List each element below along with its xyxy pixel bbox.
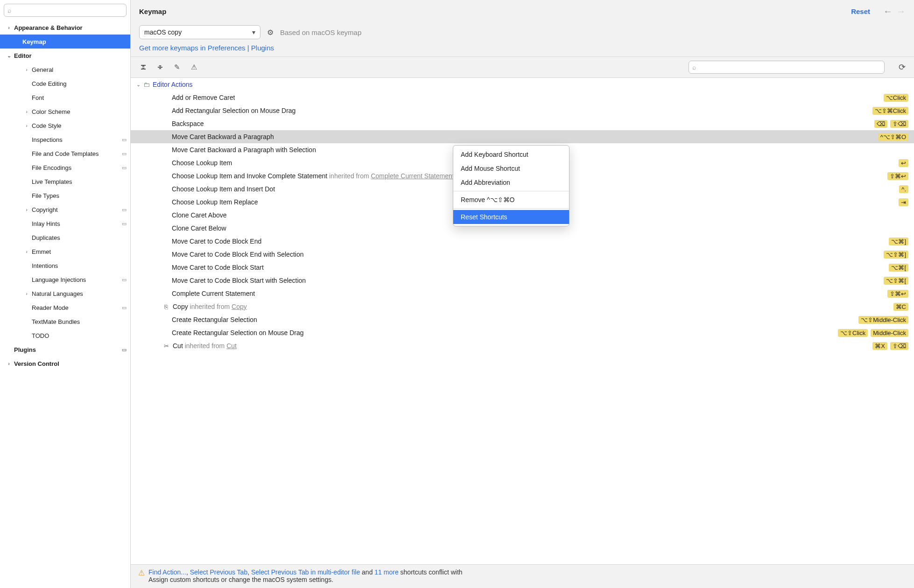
action-row[interactable]: Move Caret to Code Block End⌥⌘] xyxy=(131,235,914,248)
shortcut-list: ↩ xyxy=(899,159,908,167)
find-by-shortcut-icon[interactable]: ⟳ xyxy=(899,62,906,72)
sidebar-item-label: Keymap xyxy=(22,38,46,45)
menu-item-remove-o[interactable]: Remove ^⌥⇧⌘O xyxy=(453,193,569,207)
sidebar-search-input[interactable] xyxy=(4,4,127,17)
action-row[interactable]: Complete Current Statement⇧⌘↩ xyxy=(131,287,914,300)
sidebar-item-file-and-code-templates[interactable]: File and Code Templates▭ xyxy=(0,147,130,161)
sidebar-item-copyright[interactable]: ›Copyright▭ xyxy=(0,203,130,217)
shortcut-list: ⌥⇧⌘Click xyxy=(872,107,908,115)
action-row[interactable]: ✂Cut inherited from Cut⌘X⇧⌫ xyxy=(131,339,914,352)
chevron-icon: ⌄ xyxy=(6,53,12,59)
shortcut-list: ^. xyxy=(899,185,908,193)
sidebar-item-inlay-hints[interactable]: Inlay Hints▭ xyxy=(0,217,130,231)
sidebar-item-plugins[interactable]: Plugins▭ xyxy=(0,343,130,357)
shortcut-badge: ^⌥⇧⌘O xyxy=(878,133,908,141)
sidebar-item-inspections[interactable]: Inspections▭ xyxy=(0,133,130,147)
warning-icon[interactable]: ⚠ xyxy=(190,63,198,71)
scope-icon: ▭ xyxy=(122,305,127,311)
sidebar-item-label: Natural Languages xyxy=(32,290,83,297)
inherited-link[interactable]: Copy xyxy=(232,303,247,310)
shortcut-badge: ⌘X xyxy=(872,342,887,350)
sidebar-item-file-encodings[interactable]: File Encodings▭ xyxy=(0,161,130,175)
action-row[interactable]: Move Caret Backward a Paragraph^⌥⇧⌘O xyxy=(131,130,914,143)
sidebar-item-color-scheme[interactable]: ›Color Scheme xyxy=(0,105,130,119)
action-row[interactable]: Move Caret to Code Block End with Select… xyxy=(131,248,914,261)
action-row[interactable]: Move Caret to Code Block Start with Sele… xyxy=(131,274,914,287)
forward-button: → xyxy=(896,6,906,17)
inherited-link[interactable]: Complete Current Statement xyxy=(371,172,454,180)
sidebar-item-duplicates[interactable]: Duplicates xyxy=(0,231,130,245)
shortcut-badge: ⌥⇧Click xyxy=(838,329,868,337)
collapse-all-icon[interactable] xyxy=(156,63,164,71)
keymap-select-value: macOS copy xyxy=(144,28,182,36)
sidebar-item-general[interactable]: ›General xyxy=(0,63,130,77)
menu-item-add-keyboard-shortcut[interactable]: Add Keyboard Shortcut xyxy=(453,147,569,161)
shortcut-list: ⌥⇧ClickMiddle-Click xyxy=(838,329,908,337)
action-row[interactable]: Create Rectangular Selection on Mouse Dr… xyxy=(131,326,914,339)
action-row[interactable]: Backspace⌫⇧⌫ xyxy=(131,117,914,130)
sidebar-item-todo[interactable]: TODO xyxy=(0,329,130,343)
footer-line2: Assign custom shortcuts or change the ma… xyxy=(148,576,333,583)
sidebar-item-reader-mode[interactable]: Reader Mode▭ xyxy=(0,301,130,315)
menu-item-add-mouse-shortcut[interactable]: Add Mouse Shortcut xyxy=(453,161,569,175)
sidebar-item-label: Language Injections xyxy=(32,276,86,283)
sidebar-item-keymap[interactable]: Keymap xyxy=(0,35,130,49)
shortcut-badge: ⇥ xyxy=(899,198,908,206)
chevron-icon: › xyxy=(23,291,30,296)
sidebar-item-label: File Types xyxy=(32,192,59,199)
action-row[interactable]: Add Rectangular Selection on Mouse Drag⌥… xyxy=(131,104,914,117)
sidebar-item-code-style[interactable]: ›Code Style xyxy=(0,119,130,133)
menu-item-add-abbreviation[interactable]: Add Abbreviation xyxy=(453,175,569,189)
get-more-keymaps-link[interactable]: Get more keymaps in Preferences | Plugin… xyxy=(139,44,274,52)
sidebar-item-editor[interactable]: ⌄Editor xyxy=(0,49,130,63)
shortcut-list: ⌘X⇧⌫ xyxy=(872,342,908,350)
action-row[interactable]: Create Rectangular Selection⌥⇧Middle-Cli… xyxy=(131,313,914,326)
sidebar-item-version-control[interactable]: ›Version Control xyxy=(0,357,130,371)
sidebar-item-emmet[interactable]: ›Emmet xyxy=(0,245,130,259)
sidebar-item-appearance-behavior[interactable]: ›Appearance & Behavior xyxy=(0,21,130,35)
sidebar-item-live-templates[interactable]: Live Templates xyxy=(0,175,130,189)
sidebar-item-natural-languages[interactable]: ›Natural Languages xyxy=(0,287,130,301)
shortcut-badge: Middle-Click xyxy=(871,329,908,337)
shortcut-badge: ↩ xyxy=(899,159,908,167)
chevron-icon: › xyxy=(6,361,12,366)
menu-item-reset-shortcuts[interactable]: Reset Shortcuts xyxy=(453,210,569,224)
action-row[interactable]: Add or Remove Caret⌥Click xyxy=(131,91,914,104)
keymap-select[interactable]: macOS copy xyxy=(139,25,260,39)
scope-icon: ▭ xyxy=(122,347,127,353)
scope-icon: ▭ xyxy=(122,207,127,213)
conflict-link[interactable]: Select Previous Tab in multi-editor file xyxy=(251,568,360,576)
action-row[interactable]: ⎘Copy inherited from Copy⌘C xyxy=(131,300,914,313)
inherited-link[interactable]: Cut xyxy=(226,342,237,350)
conflict-link[interactable]: Select Previous Tab xyxy=(190,568,247,576)
action-label: Backspace xyxy=(172,120,204,127)
shortcut-badge: ^. xyxy=(899,185,908,193)
shortcut-badge: ⇧⌫ xyxy=(890,342,908,350)
sidebar-item-code-editing[interactable]: Code Editing xyxy=(0,77,130,91)
action-label: Add Rectangular Selection on Mouse Drag xyxy=(172,107,295,114)
menu-separator xyxy=(453,208,569,209)
sidebar-item-file-types[interactable]: File Types xyxy=(0,189,130,203)
reset-button[interactable]: Reset xyxy=(851,7,870,15)
sidebar-item-language-injections[interactable]: Language Injections▭ xyxy=(0,273,130,287)
category-row[interactable]: ⌄ 🗀 Editor Actions xyxy=(131,78,914,91)
menu-separator xyxy=(453,191,569,191)
shortcut-list: ⌥⇧⌘] xyxy=(884,251,908,259)
actions-search-input[interactable] xyxy=(689,61,885,74)
sidebar-item-label: Duplicates xyxy=(32,234,60,241)
expand-all-icon[interactable] xyxy=(139,63,148,71)
edit-shortcut-icon[interactable]: ✎ xyxy=(173,63,181,71)
chevron-icon: › xyxy=(23,249,30,254)
action-label: Choose Lookup Item Replace xyxy=(172,198,258,206)
conflict-more-link[interactable]: 11 more xyxy=(374,568,398,576)
sidebar-item-label: Appearance & Behavior xyxy=(14,24,83,31)
action-row[interactable]: Move Caret to Code Block Start⌥⌘[ xyxy=(131,261,914,274)
shortcut-badge: ⌥⌘] xyxy=(889,238,908,245)
header: Keymap Reset ← → xyxy=(131,0,914,22)
conflict-link[interactable]: Find Action... xyxy=(148,568,186,576)
keymap-gear-icon[interactable]: ⚙ xyxy=(267,28,274,37)
sidebar-item-intentions[interactable]: Intentions xyxy=(0,259,130,273)
sidebar-item-textmate-bundles[interactable]: TextMate Bundles xyxy=(0,315,130,329)
sidebar-item-font[interactable]: Font xyxy=(0,91,130,105)
back-button[interactable]: ← xyxy=(883,6,893,17)
